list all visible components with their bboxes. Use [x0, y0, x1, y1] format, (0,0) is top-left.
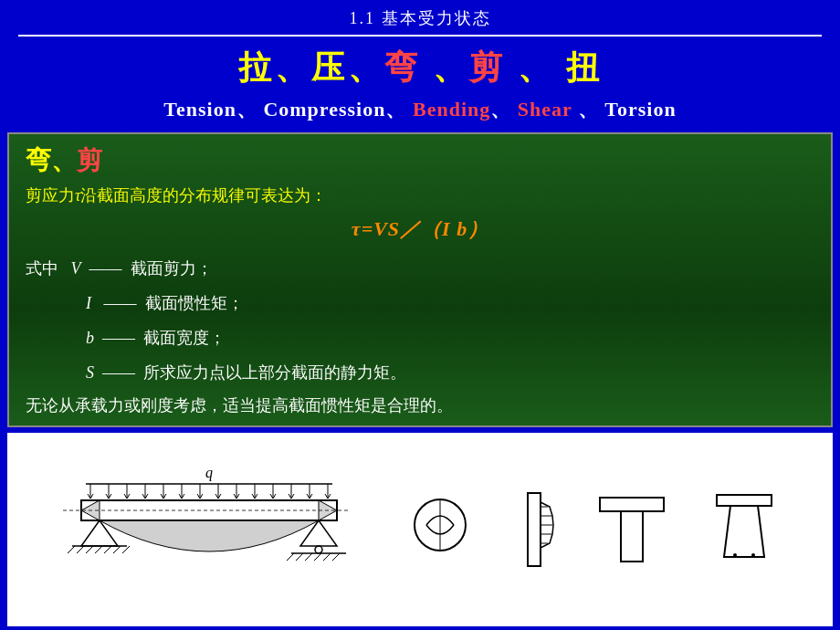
beam-diagram: q: [49, 464, 351, 596]
svg-point-79: [751, 553, 755, 557]
svg-rect-44: [81, 500, 337, 520]
diagram-area: q: [7, 433, 833, 626]
svg-line-58: [296, 553, 303, 561]
header-divider: [18, 35, 822, 37]
bottom-line: 无论从承载力或刚度考虑，适当提高截面惯性矩是合理的。: [26, 394, 814, 416]
content-box: 弯、剪 剪应力τ沿截面高度的分布规律可表达为： τ=VS／（I b） 式中 V …: [7, 132, 833, 427]
i-section: [511, 475, 557, 584]
subtitle-torsion: Torsion: [604, 98, 676, 121]
title-part-1: 拉、压、: [238, 49, 384, 86]
cross-sections: [398, 475, 791, 584]
svg-line-47: [68, 546, 75, 553]
content-title-wan: 弯、: [26, 146, 77, 174]
svg-line-51: [104, 546, 111, 553]
svg-line-60: [314, 553, 321, 561]
subtitle-row: Tension、 Compression、 Bending、 Shear 、 T…: [0, 94, 840, 129]
svg-line-53: [122, 546, 130, 553]
svg-point-55: [315, 546, 322, 553]
svg-rect-74: [600, 498, 664, 511]
term-I: I —— 截面惯性矩；: [53, 287, 814, 320]
circle-section: [408, 475, 472, 584]
svg-line-52: [113, 546, 121, 553]
svg-line-59: [305, 553, 312, 561]
term-prefix: 式中 V —— 截面剪力；: [26, 252, 814, 285]
title-part-2: 弯: [384, 49, 421, 86]
slide-header: 1.1 基本受力状态: [0, 0, 840, 33]
formula: τ=VS／（I b）: [26, 215, 814, 243]
term-S: S —— 所求应力点以上部分截面的静力矩。: [53, 356, 814, 389]
svg-rect-68: [528, 493, 541, 566]
svg-rect-76: [717, 495, 772, 506]
svg-marker-77: [724, 506, 764, 557]
content-intro: 剪应力τ沿截面高度的分布规律可表达为：: [26, 184, 814, 208]
subtitle-shear: Shear: [518, 98, 572, 121]
t-section: [595, 475, 668, 584]
title-row: 拉、压、弯 、剪 、 扭: [0, 40, 840, 94]
svg-rect-75: [621, 511, 643, 562]
subtitle-bending: Bending: [413, 98, 490, 121]
subtitle-tension: Tension: [163, 98, 236, 121]
svg-line-57: [287, 553, 294, 561]
header-title: 1.1 基本受力状态: [350, 9, 491, 27]
svg-line-50: [95, 546, 102, 553]
slide: 1.1 基本受力状态 拉、压、弯 、剪 、 扭 Tension、 Compres…: [0, 0, 840, 630]
content-title: 弯、剪: [26, 143, 814, 178]
svg-line-48: [77, 546, 84, 553]
content-title-jian: 剪: [77, 146, 102, 174]
subtitle-sep3: 、: [572, 98, 604, 121]
term-table: 式中 V —— 截面剪力； I —— 截面惯性矩； b —— 截面宽度； S —…: [53, 252, 814, 389]
svg-point-78: [733, 553, 737, 557]
svg-line-61: [323, 553, 331, 561]
title-part-3: 、: [421, 49, 469, 86]
trapezoid-section: [708, 475, 781, 584]
svg-line-62: [332, 553, 340, 561]
title-part-4: 剪: [469, 49, 506, 86]
title-part-5: 、 扭: [506, 49, 603, 86]
svg-text:q: q: [205, 465, 213, 481]
subtitle-sep2: 、: [490, 98, 518, 121]
svg-line-49: [86, 546, 93, 553]
subtitle-sep1: 、 Compression、: [236, 98, 413, 121]
term-b: b —— 截面宽度；: [53, 321, 814, 354]
